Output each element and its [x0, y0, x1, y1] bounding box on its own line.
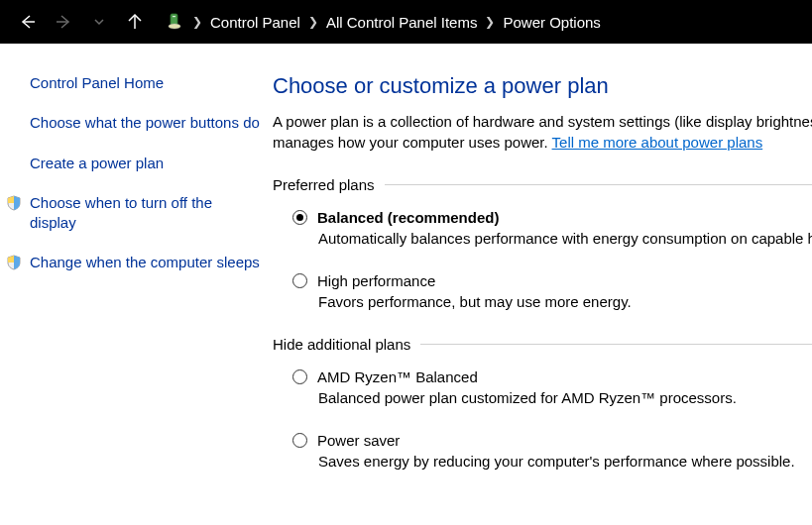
- chevron-right-icon: ❯: [308, 15, 318, 29]
- sidebar-link-display-off[interactable]: Choose when to turn off the display: [30, 193, 261, 234]
- plan-amd-balanced: AMD Ryzen™ Balanced Balanced power plan …: [292, 368, 812, 406]
- breadcrumb-item[interactable]: Control Panel: [210, 14, 300, 31]
- svg-rect-2: [173, 16, 175, 17]
- plan-description: Saves energy by reducing your computer's…: [318, 453, 812, 470]
- radio-amd-balanced[interactable]: [292, 369, 307, 384]
- shield-icon: [6, 195, 22, 211]
- control-panel-icon: [165, 13, 182, 31]
- sidebar-link-label: Choose when to turn off the display: [30, 194, 212, 231]
- main-panel: Choose or customize a power plan A power…: [273, 44, 812, 525]
- chevron-right-icon: ❯: [192, 15, 202, 29]
- plan-name[interactable]: Balanced (recommended): [317, 209, 499, 226]
- back-icon[interactable]: [16, 10, 40, 34]
- group-additional-plans[interactable]: Hide additional plans: [273, 336, 812, 353]
- radio-power-saver[interactable]: [292, 433, 307, 448]
- plan-description: Balanced power plan customized for AMD R…: [318, 389, 812, 406]
- sidebar-link-power-buttons[interactable]: Choose what the power buttons do: [30, 113, 261, 133]
- plan-balanced: Balanced (recommended) Automatically bal…: [292, 209, 812, 247]
- sidebar-link-create-plan[interactable]: Create a power plan: [30, 154, 261, 173]
- plan-name[interactable]: High performance: [317, 272, 435, 289]
- plan-power-saver: Power saver Saves energy by reducing you…: [292, 432, 812, 470]
- breadcrumb-item[interactable]: Power Options: [503, 14, 600, 31]
- plan-description: Favors performance, but may use more ene…: [318, 293, 812, 310]
- address-bar: ❯ Control Panel ❯ All Control Panel Item…: [0, 0, 812, 44]
- sidebar: Control Panel Home Choose what the power…: [0, 44, 273, 525]
- plan-high-performance: High performance Favors performance, but…: [292, 272, 812, 310]
- page-description: A power plan is a collection of hardware…: [273, 111, 812, 153]
- sidebar-link-sleep[interactable]: Change when the computer sleeps: [30, 253, 261, 272]
- learn-more-link[interactable]: Tell me more about power plans: [552, 134, 763, 151]
- plan-name[interactable]: AMD Ryzen™ Balanced: [317, 368, 478, 385]
- forward-icon: [52, 10, 75, 34]
- sidebar-link-label: Change when the computer sleeps: [30, 254, 260, 270]
- shield-icon: [6, 255, 22, 270]
- up-icon[interactable]: [123, 10, 147, 34]
- svg-rect-0: [171, 14, 177, 25]
- chevron-right-icon: ❯: [485, 15, 495, 29]
- plan-description: Automatically balances performance with …: [318, 230, 812, 247]
- breadcrumb-item[interactable]: All Control Panel Items: [326, 14, 478, 31]
- plan-name[interactable]: Power saver: [317, 432, 400, 449]
- history-dropdown-icon[interactable]: [87, 10, 111, 34]
- content-area: Control Panel Home Choose what the power…: [0, 44, 812, 525]
- sidebar-home-link[interactable]: Control Panel Home: [30, 73, 261, 93]
- radio-balanced[interactable]: [292, 210, 307, 225]
- radio-high-performance[interactable]: [292, 273, 307, 288]
- group-preferred-plans: Preferred plans: [273, 176, 812, 193]
- page-title: Choose or customize a power plan: [273, 73, 812, 99]
